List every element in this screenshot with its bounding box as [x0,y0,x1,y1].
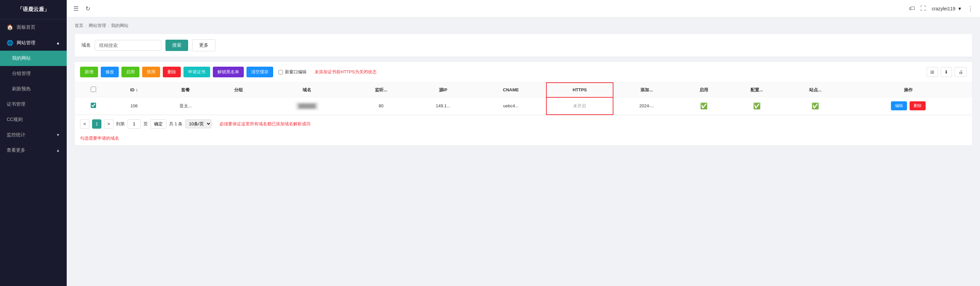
download-button[interactable]: ⬇ [941,67,952,77]
per-page-select[interactable]: 10条/页 20条/页 50条/页 [185,119,212,128]
select-hint: 勾选需要申请的域名 [80,136,119,141]
username: crazylei119 [932,6,955,11]
page-unit: 页 [143,121,148,127]
search-input[interactable] [95,40,161,51]
td-id: 106 [112,97,156,115]
td-listen: 80 [352,97,410,115]
next-page-button[interactable]: > [104,119,113,129]
new-window-edit-checkbox[interactable] [278,70,283,74]
td-group [215,97,262,115]
topbar-right: 🏷 ⛶ crazylei119 ▼ ⋮ [909,5,973,12]
pagination-note: 必须要保证这里所有域名都已添加域名解析成功 [220,121,310,127]
th-domain: 域名 [262,83,352,97]
enabled-check-icon: ✅ [700,103,708,109]
tag-icon[interactable]: 🏷 [909,5,915,12]
goto-confirm-button[interactable]: 确定 [150,119,167,129]
sidebar-item-label: 刷新预热 [12,86,31,92]
th-checkbox [75,83,112,97]
sidebar-item-label: 我的网站 [12,55,31,61]
table-wrap: ID ↕ 套餐 分组 域名 监听... 源IP CNAME HTTPS 添加..… [75,82,972,115]
search-label: 域名 [81,42,91,48]
user-menu[interactable]: crazylei119 ▼ [932,6,962,11]
toolbar: 新增 修改 启用 禁用 删除 申请证书 解锁黑名单 清空缓存 新窗口编辑 未添加… [75,62,972,82]
th-group: 分组 [215,83,262,97]
sidebar-item-label: 网站管理 [17,40,35,46]
sidebar-item-label: CC规则 [7,117,23,123]
search-button[interactable]: 搜索 [165,40,188,51]
sidebar-item-label: 面板首页 [17,24,35,30]
sidebar-item-monitor-stats[interactable]: 监控统计 ▼ [0,127,67,143]
domain-value: ██████ [296,102,318,110]
page-1-button[interactable]: 1 [92,119,102,129]
new-window-edit-text: 新窗口编辑 [285,69,307,75]
sidebar: 「语鹿云盾」 🏠 面板首页 🌐 网站管理 ▲ 我的网站 分组管理 刷新预热 证书… [0,0,67,286]
config-check-icon: ✅ [753,103,760,109]
sidebar-item-label: 证书管理 [7,101,25,107]
toolbar-right: ⊞ ⬇ 🖨 [927,67,967,77]
delete-button[interactable]: 删除 [163,67,181,77]
sidebar-item-group-management[interactable]: 分组管理 [0,66,67,81]
sidebar-item-label: 查看更多 [7,147,25,153]
sidebar-item-view-more[interactable]: 查看更多 ▲ [0,143,67,158]
add-button[interactable]: 新增 [80,67,98,77]
edit-button[interactable]: 修改 [101,67,119,77]
td-actions: 编辑 删除 [845,97,972,115]
td-enabled: ✅ [680,97,727,115]
table-row: 106 亚太... ██████ 80 149.1... uebc4... 未开… [75,97,972,115]
th-action: 操作 [845,83,972,97]
more-options-icon[interactable]: ⋮ [967,5,973,12]
more-button[interactable]: 更多 [192,39,215,51]
prev-page-button[interactable]: < [80,119,89,129]
disable-button[interactable]: 禁用 [142,67,160,77]
sidebar-item-dashboard[interactable]: 🏠 面板首页 [0,19,67,35]
td-https: 未开启 [546,97,613,115]
td-domain: ██████ [262,97,352,115]
select-hint-area: 勾选需要申请的域名 [75,133,972,145]
td-cname: uebc4... [476,97,546,115]
th-added: 添加... [613,83,680,97]
td-plan: 亚太... [156,97,215,115]
td-checkbox [75,97,112,115]
https-annotation: 未添加证书前HTTPS为关闭状态 [315,69,377,75]
sidebar-item-site-management[interactable]: 🌐 网站管理 ▲ [0,35,67,51]
td-added: 2024-... [613,97,680,115]
chevron-up-icon: ▲ [56,148,60,153]
th-config: 配置... [727,83,786,97]
th-site: 站点... [786,83,845,97]
th-source-ip: 源IP [410,83,476,97]
th-https: HTTPS [546,83,613,97]
breadcrumb-site-management[interactable]: 网站管理 [89,23,106,29]
sidebar-item-label: 监控统计 [7,132,25,138]
sidebar-item-cert-management[interactable]: 证书管理 [0,97,67,112]
goto-page-input[interactable] [127,119,141,129]
clear-cache-button[interactable]: 清空缓存 [247,67,273,77]
site-management-icon: 🌐 [7,40,13,46]
th-plan: 套餐 [156,83,215,97]
td-source-ip: 149.1... [410,97,476,115]
sidebar-item-my-sites[interactable]: 我的网站 [0,51,67,66]
unlock-blacklist-button[interactable]: 解锁黑名单 [213,67,244,77]
apply-cert-button[interactable]: 申请证书 [183,67,210,77]
td-config: ✅ [727,97,786,115]
row-checkbox[interactable] [91,103,96,108]
content-area: 首页 / 网站管理 / 我的网站 域名 搜索 更多 新增 修改 启用 禁用 删除… [67,17,980,286]
table-card: 新增 修改 启用 禁用 删除 申请证书 解锁黑名单 清空缓存 新窗口编辑 未添加… [75,62,972,145]
search-bar: 域名 搜索 更多 [75,34,972,57]
enable-button[interactable]: 启用 [121,67,139,77]
select-all-checkbox[interactable] [91,87,96,92]
grid-view-button[interactable]: ⊞ [927,67,938,77]
menu-icon[interactable]: ☰ [73,5,79,12]
print-button[interactable]: 🖨 [955,67,967,77]
goto-label: 到第 [116,121,125,127]
sidebar-item-cc-rules[interactable]: CC规则 [0,112,67,127]
sidebar-item-refresh-preheat[interactable]: 刷新预热 [0,81,67,97]
th-listen: 监听... [352,83,410,97]
row-delete-button[interactable]: 删除 [910,101,926,110]
row-edit-button[interactable]: 编辑 [891,101,907,110]
th-id: ID ↕ [112,83,156,97]
refresh-icon[interactable]: ↻ [85,5,91,12]
new-window-edit-label[interactable]: 新窗口编辑 [278,69,307,75]
expand-icon[interactable]: ⛶ [920,5,926,12]
breadcrumb: 首页 / 网站管理 / 我的网站 [75,23,972,29]
breadcrumb-home[interactable]: 首页 [75,23,83,29]
